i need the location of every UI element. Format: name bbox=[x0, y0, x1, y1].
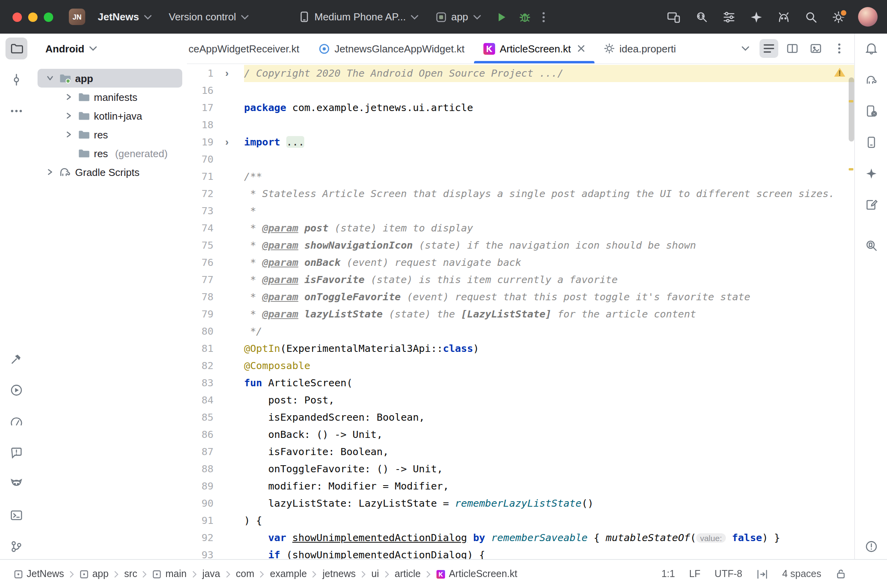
version-control-tool-button[interactable] bbox=[5, 536, 27, 558]
gemini-icon[interactable] bbox=[749, 9, 764, 25]
code-line[interactable]: 78 * @param onToggleFavorite (event) req… bbox=[187, 289, 855, 306]
tab-articlescreen[interactable]: ArticleScreen.kt bbox=[474, 34, 594, 63]
code-line[interactable]: 82@Composable bbox=[187, 357, 855, 375]
breadcrumb-main[interactable]: main bbox=[153, 568, 187, 579]
code-line[interactable]: 89 modifier: Modifier = Modifier, bbox=[187, 478, 855, 495]
edit-document-icon[interactable] bbox=[860, 194, 882, 216]
breadcrumb-jetnews[interactable]: jetnews bbox=[323, 568, 356, 579]
code-line[interactable]: 77 * @param isFavorite (state) is this i… bbox=[187, 271, 855, 289]
tab-jetnewsglanceappwidget[interactable]: JetnewsGlanceAppWidget.kt bbox=[309, 34, 474, 63]
code-line[interactable]: 83fun ArticleScreen( bbox=[187, 375, 855, 392]
avatar[interactable] bbox=[858, 7, 878, 27]
settings-icon[interactable] bbox=[831, 9, 846, 25]
chevron-collapsed-icon[interactable] bbox=[64, 112, 74, 120]
gemini-tool-icon[interactable] bbox=[860, 163, 882, 185]
breadcrumb-java[interactable]: java bbox=[202, 568, 220, 579]
device-selector-button[interactable]: Medium Phone AP... bbox=[294, 8, 423, 26]
code-line[interactable]: 80 */ bbox=[187, 323, 855, 340]
code-line[interactable]: 71/** bbox=[187, 168, 855, 185]
editor-scrollbar[interactable] bbox=[849, 77, 854, 142]
commit-tool-button[interactable] bbox=[5, 69, 27, 91]
code-line[interactable]: 88 onToggleFavorite: () -> Unit, bbox=[187, 461, 855, 478]
project-tool-button[interactable] bbox=[5, 38, 27, 59]
layout-inspector-icon[interactable] bbox=[860, 235, 882, 256]
profiler-tool-button[interactable] bbox=[5, 411, 27, 432]
code-line[interactable]: 90 lazyListState: LazyListState = rememb… bbox=[187, 495, 855, 512]
chevron-collapsed-icon[interactable] bbox=[64, 131, 74, 138]
breadcrumb-file[interactable]: ArticleScreen.kt bbox=[436, 568, 517, 579]
tree-item-res[interactable]: res bbox=[38, 125, 182, 144]
code-line[interactable]: 18 bbox=[187, 117, 855, 134]
chevron-expanded-icon[interactable] bbox=[45, 74, 55, 82]
code-line[interactable]: 75 * @param showNavigationIcon (state) i… bbox=[187, 237, 855, 254]
gradle-icon[interactable] bbox=[860, 69, 882, 91]
code-line[interactable]: 86 onBack: () -> Unit, bbox=[187, 426, 855, 443]
code-line[interactable]: 81@OptIn(ExperimentalMaterial3Api::class… bbox=[187, 340, 855, 357]
device-manager-icon[interactable] bbox=[860, 100, 882, 122]
run-configuration-button[interactable]: app bbox=[431, 8, 485, 26]
logcat-tool-button[interactable] bbox=[5, 473, 27, 495]
code-line[interactable]: 85 isExpandedScreen: Boolean, bbox=[187, 409, 855, 426]
fullscreen-window-button[interactable] bbox=[44, 12, 53, 22]
breadcrumb-com[interactable]: com bbox=[236, 568, 254, 579]
caret-position-widget[interactable]: 1:1 bbox=[661, 568, 675, 579]
design-view-icon[interactable] bbox=[806, 39, 825, 58]
code-line[interactable]: 19›import ... bbox=[187, 134, 855, 151]
lock-icon[interactable] bbox=[835, 568, 846, 579]
code-view-icon[interactable] bbox=[760, 39, 778, 58]
tree-item-kotlin-java[interactable]: kotlin+java bbox=[38, 106, 182, 125]
warning-stripe-mark[interactable] bbox=[849, 168, 853, 170]
breadcrumb-ui[interactable]: ui bbox=[372, 568, 379, 579]
breadcrumb-project[interactable]: JetNews bbox=[14, 568, 64, 579]
problems-icon[interactable] bbox=[860, 536, 882, 558]
debug-button[interactable] bbox=[517, 9, 532, 25]
encoding-widget[interactable]: UTF-8 bbox=[715, 568, 742, 579]
code-line[interactable]: 70 bbox=[187, 151, 855, 168]
device-mirroring-icon[interactable] bbox=[666, 9, 682, 25]
tree-item-res-generated[interactable]: res (generated) bbox=[38, 144, 182, 163]
chevron-collapsed-icon[interactable] bbox=[64, 93, 74, 101]
running-devices-icon[interactable] bbox=[860, 131, 882, 153]
code-line[interactable]: 16 bbox=[187, 82, 855, 99]
project-view-selector[interactable]: Android bbox=[33, 34, 187, 63]
code-editor[interactable]: 1›/ Copyright 2020 The Android Open Sour… bbox=[187, 63, 855, 560]
code-line[interactable]: 84 post: Post, bbox=[187, 392, 855, 409]
close-window-button[interactable] bbox=[13, 12, 22, 22]
indent-icon[interactable] bbox=[756, 569, 768, 579]
indent-widget[interactable]: 4 spaces bbox=[782, 568, 821, 579]
hidden-tabs-icon[interactable] bbox=[736, 39, 755, 58]
tree-item-gradle-scripts[interactable]: Gradle Scripts bbox=[38, 163, 182, 181]
warning-icon[interactable] bbox=[834, 67, 846, 77]
breadcrumb-src[interactable]: src bbox=[124, 568, 137, 579]
display-options-icon[interactable] bbox=[721, 9, 737, 25]
breadcrumb-article[interactable]: article bbox=[395, 568, 421, 579]
code-line[interactable]: 92 var showUnimplementedActionDialog by … bbox=[187, 529, 855, 547]
tab-idea-properties[interactable]: idea.properti bbox=[594, 34, 686, 63]
terminal-tool-button[interactable] bbox=[5, 504, 27, 526]
code-line[interactable]: 91) { bbox=[187, 512, 855, 529]
warning-stripe-mark[interactable] bbox=[849, 100, 853, 102]
vcs-menu-button[interactable]: Version control bbox=[164, 8, 253, 26]
minimize-window-button[interactable] bbox=[28, 12, 38, 22]
assistant-icon[interactable] bbox=[776, 9, 792, 25]
build-tool-button[interactable] bbox=[5, 348, 27, 370]
breadcrumb-app[interactable]: app bbox=[80, 568, 109, 579]
split-view-icon[interactable] bbox=[783, 39, 802, 58]
code-line[interactable]: 73 * bbox=[187, 203, 855, 220]
code-line[interactable]: 17package com.example.jetnews.ui.article bbox=[187, 99, 855, 117]
more-tool-windows-button[interactable] bbox=[5, 100, 27, 122]
code-line[interactable]: 93 if (showUnimplementedActionDialog) { bbox=[187, 547, 855, 560]
breadcrumb-example[interactable]: example bbox=[270, 568, 307, 579]
code-line[interactable]: 1›/ Copyright 2020 The Android Open Sour… bbox=[187, 65, 855, 82]
code-line[interactable]: 79 * @param lazyListState (state) the [L… bbox=[187, 306, 855, 323]
close-tab-icon[interactable] bbox=[577, 45, 585, 52]
app-quality-insights-tool-button[interactable] bbox=[5, 442, 27, 464]
more-editor-options-icon[interactable] bbox=[830, 39, 849, 58]
line-separator-widget[interactable]: LF bbox=[689, 568, 700, 579]
tab-glanceappwidgetreceiver[interactable]: ceAppWidgetReceiver.kt bbox=[187, 34, 309, 63]
run-button[interactable] bbox=[493, 9, 509, 25]
more-run-options-button[interactable] bbox=[540, 9, 546, 25]
chevron-collapsed-icon[interactable] bbox=[45, 168, 55, 176]
code-line[interactable]: 87 isFavorite: Boolean, bbox=[187, 443, 855, 461]
code-line[interactable]: 74 * @param post (state) item to display bbox=[187, 220, 855, 237]
